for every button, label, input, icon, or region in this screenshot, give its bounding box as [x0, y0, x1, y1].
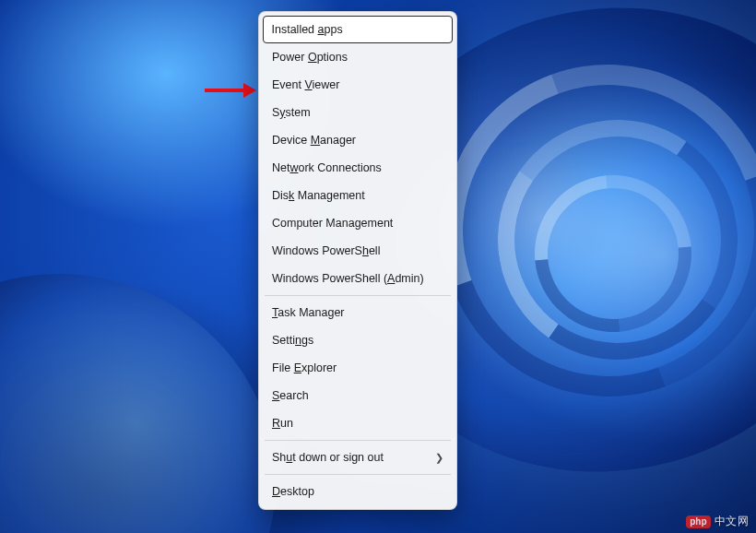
menu-item-settings[interactable]: Settings — [263, 326, 453, 354]
menu-item-label: Search — [272, 389, 309, 402]
menu-separator — [265, 474, 451, 475]
menu-item-label: Settings — [272, 334, 313, 347]
menu-item-label: Task Manager — [272, 306, 345, 319]
menu-item-label: Network Connections — [272, 161, 382, 174]
menu-item-label: Computer Management — [272, 217, 393, 230]
accelerator-underline: M — [311, 134, 320, 147]
menu-item-label: File Explorer — [272, 361, 337, 374]
accelerator-underline: D — [272, 485, 280, 498]
menu-item-device-manager[interactable]: Device Manager — [263, 126, 453, 154]
menu-item-label: Desktop — [272, 485, 314, 498]
accelerator-underline: R — [272, 417, 280, 430]
accelerator-underline: h — [362, 244, 369, 257]
menu-item-power-options[interactable]: Power Options — [263, 43, 453, 71]
menu-item-label: Windows PowerShell (Admin) — [272, 272, 424, 285]
menu-item-shut-down-or-sign-out[interactable]: Shut down or sign out❯ — [263, 444, 453, 471]
menu-item-event-viewer[interactable]: Event Viewer — [263, 71, 453, 99]
menu-item-file-explorer[interactable]: File Explorer — [263, 354, 453, 382]
menu-item-label: Power Options — [272, 51, 348, 64]
menu-separator — [265, 295, 451, 296]
menu-item-desktop[interactable]: Desktop — [263, 478, 453, 505]
menu-item-label: Shut down or sign out — [272, 451, 384, 464]
menu-item-system[interactable]: System — [263, 99, 453, 126]
accelerator-underline: g — [355, 217, 361, 230]
menu-item-label: Installed apps — [272, 23, 343, 36]
accelerator-underline: E — [294, 361, 301, 374]
menu-item-label: Run — [272, 417, 293, 430]
menu-item-windows-powershell[interactable]: Windows PowerShell — [263, 237, 453, 265]
menu-item-windows-powershell-admin[interactable]: Windows PowerShell (Admin) — [263, 265, 453, 292]
menu-item-task-manager[interactable]: Task Manager — [263, 299, 453, 326]
menu-item-installed-apps[interactable]: Installed apps — [263, 16, 453, 43]
winx-context-menu[interactable]: Installed appsPower OptionsEvent ViewerS… — [258, 11, 457, 510]
menu-item-search[interactable]: Search — [263, 382, 453, 409]
menu-item-label: Event Viewer — [272, 78, 339, 91]
menu-separator — [265, 440, 451, 441]
menu-item-network-connections[interactable]: Network Connections — [263, 154, 453, 182]
menu-item-label: Windows PowerShell — [272, 244, 380, 257]
menu-item-label: Disk Management — [272, 189, 365, 202]
accelerator-underline: n — [295, 334, 301, 347]
menu-item-computer-management[interactable]: Computer Management — [263, 209, 453, 237]
accelerator-underline: O — [308, 51, 317, 64]
chevron-right-icon: ❯ — [435, 452, 443, 464]
menu-item-run[interactable]: Run — [263, 409, 453, 437]
menu-item-disk-management[interactable]: Disk Management — [263, 182, 453, 209]
menu-item-label: System — [272, 106, 311, 119]
menu-item-label: Device Manager — [272, 134, 356, 147]
accelerator-underline: V — [304, 78, 312, 91]
